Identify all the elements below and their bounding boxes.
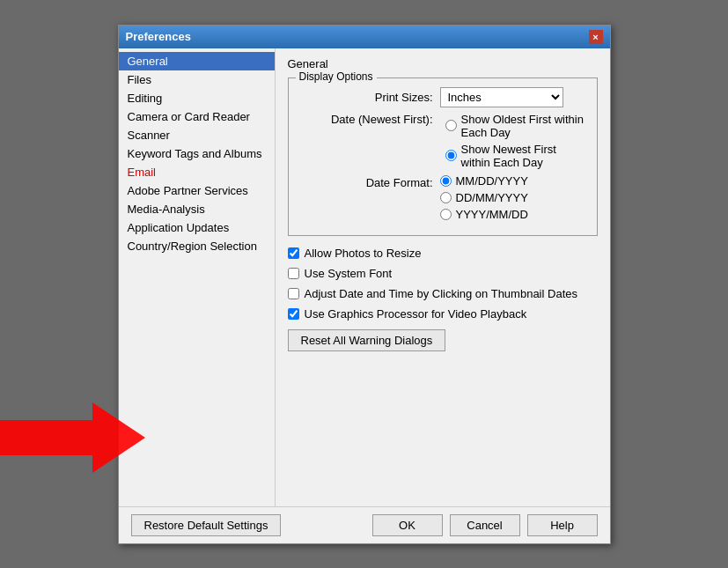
date-format-options: MM/DD/YYYY DD/MM/YYYY YYYY/MM/DD: [440, 174, 528, 221]
use-graphics-checkbox[interactable]: [288, 308, 299, 320]
title-bar: Preferences ×: [119, 26, 610, 48]
date-format-mm-radio[interactable]: [440, 175, 452, 187]
use-system-font-checkbox[interactable]: [288, 268, 299, 279]
sidebar-item-adobe-partner-services[interactable]: Adobe Partner Services: [119, 181, 275, 200]
dialog-body: GeneralFilesEditingCamera or Card Reader…: [119, 48, 610, 506]
date-option1-label[interactable]: Show Oldest First within Each Day: [445, 113, 585, 139]
group-box-label: Display Options: [296, 70, 377, 83]
section-title: General: [288, 57, 598, 70]
sidebar-item-general[interactable]: General: [119, 52, 275, 70]
allow-photos-resize-label[interactable]: Allow Photos to Resize: [288, 247, 598, 260]
date-newest-label: Date (Newest First):: [301, 113, 433, 126]
sidebar-item-files[interactable]: Files: [119, 70, 275, 89]
sidebar-item-email[interactable]: Email: [119, 163, 275, 181]
help-button[interactable]: Help: [527, 514, 598, 536]
sidebar-item-application-updates[interactable]: Application Updates: [119, 218, 275, 237]
date-newest-row: Date (Newest First): Show Oldest First w…: [301, 113, 585, 169]
close-button[interactable]: ×: [589, 30, 603, 44]
date-option2-text: Show Newest First within Each Day: [461, 143, 585, 169]
reset-btn-container: Reset All Warning Dialogs: [288, 329, 598, 364]
checkboxes-section: Allow Photos to Resize Use System Font A…: [288, 247, 598, 321]
print-sizes-dropdown[interactable]: Inches Centimeters: [440, 87, 563, 107]
use-graphics-text: Use Graphics Processor for Video Playbac…: [305, 307, 527, 321]
date-radio-group: Show Oldest First within Each Day Show N…: [445, 113, 585, 169]
date-option2-label[interactable]: Show Newest First within Each Day: [445, 143, 585, 169]
date-format-yyyy-radio[interactable]: [440, 209, 452, 220]
use-graphics-label[interactable]: Use Graphics Processor for Video Playbac…: [288, 307, 598, 321]
sidebar-item-editing[interactable]: Editing: [119, 89, 275, 107]
date-format-yyyy-label[interactable]: YYYY/MM/DD: [440, 208, 528, 221]
sidebar-item-scanner[interactable]: Scanner: [119, 126, 275, 144]
sidebar-item-media-analysis[interactable]: Media-Analysis: [119, 200, 275, 218]
date-format-mm-text: MM/DD/YYYY: [456, 174, 528, 188]
adjust-date-text: Adjust Date and Time by Clicking on Thum…: [305, 287, 577, 300]
date-format-dd-text: DD/MM/YYYY: [456, 191, 528, 204]
dialog-title: Preferences: [126, 30, 191, 43]
print-sizes-row: Print Sizes: Inches Centimeters: [301, 87, 585, 107]
adjust-date-checkbox[interactable]: [288, 288, 299, 299]
sidebar-item-countryregion-selection[interactable]: Country/Region Selection: [119, 237, 275, 255]
main-content: General Display Options Print Sizes: Inc…: [276, 48, 610, 506]
restore-defaults-button[interactable]: Restore Default Settings: [131, 514, 282, 536]
use-system-font-text: Use System Font: [305, 267, 393, 280]
date-format-label: Date Format:: [301, 174, 433, 189]
sidebar: GeneralFilesEditingCamera or Card Reader…: [119, 48, 276, 506]
date-format-section: Date Format: MM/DD/YYYY DD/MM/YYYY YY: [301, 174, 585, 221]
sidebar-item-camera-or-card-reader[interactable]: Camera or Card Reader: [119, 107, 275, 126]
date-format-dd-radio[interactable]: [440, 192, 452, 203]
allow-photos-resize-checkbox[interactable]: [288, 247, 299, 259]
adjust-date-label[interactable]: Adjust Date and Time by Clicking on Thum…: [288, 287, 598, 300]
date-option2-radio[interactable]: [445, 150, 457, 161]
date-format-dd-label[interactable]: DD/MM/YYYY: [440, 191, 528, 204]
preferences-dialog: Preferences × GeneralFilesEditingCamera …: [118, 25, 611, 544]
date-format-yyyy-text: YYYY/MM/DD: [456, 208, 528, 221]
allow-photos-resize-text: Allow Photos to Resize: [305, 247, 422, 260]
print-sizes-label: Print Sizes:: [301, 91, 433, 104]
sidebar-item-keyword-tags-and-albums[interactable]: Keyword Tags and Albums: [119, 144, 275, 163]
date-option1-radio[interactable]: [445, 120, 457, 131]
date-format-mm-label[interactable]: MM/DD/YYYY: [440, 174, 528, 188]
display-options-group: Display Options Print Sizes: Inches Cent…: [288, 77, 598, 236]
dialog-footer: Restore Default Settings OK Cancel Help: [119, 506, 610, 543]
ok-button[interactable]: OK: [372, 514, 443, 536]
cancel-button[interactable]: Cancel: [450, 514, 520, 536]
date-option1-text: Show Oldest First within Each Day: [461, 113, 585, 139]
reset-warnings-button[interactable]: Reset All Warning Dialogs: [288, 329, 446, 351]
use-system-font-label[interactable]: Use System Font: [288, 267, 598, 280]
